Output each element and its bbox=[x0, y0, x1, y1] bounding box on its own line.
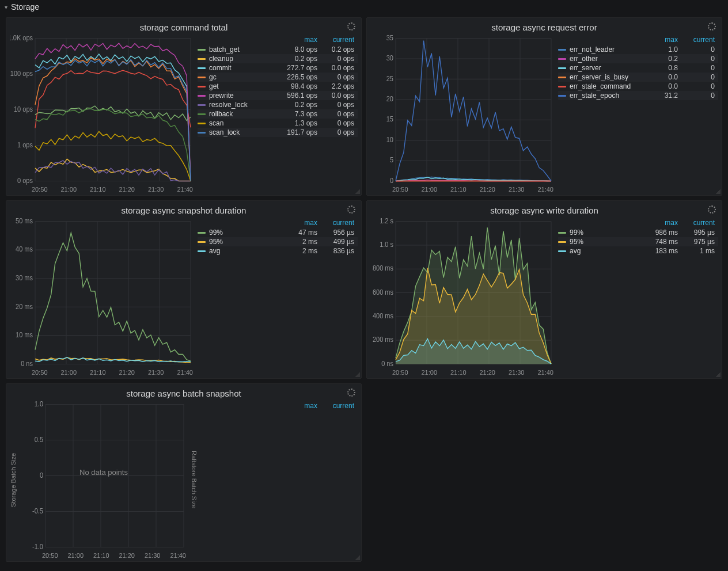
legend-name: avg bbox=[209, 247, 284, 255]
legend-item[interactable]: get98.4 ops2.2 ops bbox=[198, 82, 358, 91]
x-tick: 21:30 bbox=[148, 369, 164, 376]
chart-area: 05101520253035 20:5021:0021:1021:2021:30… bbox=[370, 35, 555, 193]
legend-max: 31.2 bbox=[644, 92, 681, 100]
legend-col-max[interactable]: max bbox=[284, 35, 321, 45]
legend-current: 0 ops bbox=[321, 110, 358, 118]
chart-canvas: 0 ops1 ops10 ops100 ops1.0K ops bbox=[10, 35, 194, 185]
svg-text:1.2 s: 1.2 s bbox=[380, 218, 393, 224]
x-tick: 21:30 bbox=[509, 186, 525, 193]
legend-name: rollback bbox=[209, 110, 284, 118]
legend-col-current[interactable]: current bbox=[681, 218, 718, 228]
svg-text:0: 0 bbox=[390, 177, 393, 184]
svg-text:-1.0: -1.0 bbox=[32, 543, 43, 550]
legend-col-max[interactable]: max bbox=[644, 218, 681, 228]
legend-item[interactable]: 95%2 ms499 µs bbox=[198, 237, 358, 246]
resize-handle[interactable] bbox=[355, 189, 360, 194]
legend-col-current[interactable]: current bbox=[321, 401, 358, 411]
legend-swatch bbox=[198, 132, 206, 134]
legend-item[interactable]: commit272.7 ops0.0 ops bbox=[198, 63, 358, 73]
legend-item[interactable]: rollback7.3 ops0 ops bbox=[198, 109, 358, 119]
legend-col-current[interactable]: current bbox=[321, 35, 358, 45]
legend-item[interactable]: avg183 ms1 ms bbox=[558, 246, 718, 256]
legend-max: 1.0 bbox=[644, 45, 681, 54]
x-axis-ticks: 20:5021:0021:1021:2021:3021:40 bbox=[10, 368, 194, 376]
x-tick: 21:20 bbox=[479, 186, 495, 193]
panel-storage-async-write-duration[interactable]: storage async write duration 0 ns200 ms4… bbox=[366, 200, 722, 379]
legend-item[interactable]: err_server0.80 bbox=[558, 63, 718, 73]
legend-item[interactable]: err_other0.20 bbox=[558, 54, 718, 63]
x-tick: 21:10 bbox=[90, 186, 106, 193]
legend-item[interactable]: scan1.3 ops0 ops bbox=[198, 119, 358, 128]
x-axis-ticks: 20:5021:0021:1021:2021:3021:40 bbox=[20, 551, 187, 559]
resize-handle[interactable] bbox=[355, 372, 360, 377]
resize-handle[interactable] bbox=[355, 555, 360, 560]
legend-item[interactable]: err_server_is_busy0.00 bbox=[558, 73, 718, 82]
legend-item[interactable]: prewrite596.1 ops0.0 ops bbox=[198, 91, 358, 100]
legend-item[interactable]: err_stale_epoch31.20 bbox=[558, 91, 718, 100]
legend-col-max[interactable]: max bbox=[284, 401, 321, 411]
no-data-message: No data points bbox=[20, 468, 187, 477]
legend-current: 0 ops bbox=[321, 73, 358, 81]
x-tick: 20:50 bbox=[32, 369, 48, 376]
legend-item[interactable]: 99%47 ms956 µs bbox=[198, 228, 358, 237]
legend-current: 0 bbox=[681, 55, 718, 63]
panel-storage-command-total[interactable]: storage command total 0 ops1 ops10 ops10… bbox=[6, 17, 362, 196]
legend-swatch bbox=[198, 123, 206, 124]
chart-canvas: 0 ns200 ms400 ms600 ms800 ms1.0 s1.2 s bbox=[370, 218, 555, 368]
legend-col-current[interactable]: current bbox=[681, 35, 718, 45]
section-header[interactable]: ▾ Storage bbox=[0, 0, 728, 14]
legend-name: err_stale_epoch bbox=[570, 92, 644, 100]
legend-current: 0 bbox=[681, 64, 718, 72]
legend-swatch bbox=[198, 77, 206, 78]
x-tick: 21:30 bbox=[509, 369, 525, 376]
resize-handle[interactable] bbox=[716, 189, 721, 194]
legend-item[interactable]: scan_lock191.7 ops0 ops bbox=[198, 128, 358, 137]
loading-spinner-icon bbox=[708, 22, 716, 31]
legend-name: err_not_leader bbox=[570, 45, 644, 54]
x-tick: 21:30 bbox=[148, 186, 164, 193]
panel-title: storage async write duration bbox=[367, 201, 722, 218]
svg-text:100 ops: 100 ops bbox=[10, 70, 33, 77]
legend-item[interactable]: resolve_lock0.2 ops0 ops bbox=[198, 100, 358, 109]
legend-header: max current bbox=[198, 218, 358, 228]
svg-text:0.5: 0.5 bbox=[35, 436, 43, 443]
legend-current: 0.2 ops bbox=[321, 45, 358, 54]
x-tick: 21:30 bbox=[145, 552, 161, 559]
panel-storage-async-batch-snapshot[interactable]: storage async batch snapshot Storage Bat… bbox=[6, 383, 362, 562]
legend-item[interactable]: 95%748 ms975 µs bbox=[558, 237, 718, 246]
x-tick: 21:40 bbox=[537, 186, 553, 193]
legend-swatch bbox=[198, 113, 206, 115]
panel-storage-async-request-error[interactable]: storage async request error 051015202530… bbox=[366, 17, 722, 196]
legend-item[interactable]: batch_get8.0 ops0.2 ops bbox=[198, 45, 358, 54]
x-tick: 21:00 bbox=[60, 186, 77, 193]
legend-item[interactable]: cleanup0.2 ops0 ops bbox=[198, 54, 358, 63]
legend-item[interactable]: 99%986 ms995 µs bbox=[558, 228, 718, 237]
resize-handle[interactable] bbox=[716, 372, 721, 377]
svg-text:200 ms: 200 ms bbox=[373, 336, 393, 343]
legend-current: 0 ops bbox=[321, 119, 358, 127]
legend-col-max[interactable]: max bbox=[284, 218, 321, 228]
loading-spinner-icon bbox=[708, 205, 716, 214]
panel-storage-async-snapshot-duration[interactable]: storage async snapshot duration 0 ns10 m… bbox=[6, 200, 362, 379]
svg-text:25: 25 bbox=[386, 75, 393, 82]
legend-current: 995 µs bbox=[681, 229, 718, 237]
panel-title: storage command total bbox=[6, 18, 361, 35]
x-tick: 21:20 bbox=[119, 552, 135, 559]
legend-item[interactable]: err_not_leader1.00 bbox=[558, 45, 718, 54]
legend-max: 8.0 ops bbox=[284, 45, 321, 54]
legend-col-current[interactable]: current bbox=[321, 218, 358, 228]
x-tick: 21:00 bbox=[67, 552, 84, 559]
legend-current: 975 µs bbox=[681, 238, 718, 246]
panel-title: storage async batch snapshot bbox=[6, 384, 361, 401]
legend-max: 191.7 ops bbox=[284, 128, 321, 136]
legend-swatch bbox=[558, 232, 566, 234]
legend-col-max[interactable]: max bbox=[644, 35, 681, 45]
legend-name: scan bbox=[209, 119, 284, 127]
legend-item[interactable]: err_stale_command0.00 bbox=[558, 82, 718, 91]
legend-item[interactable]: avg2 ms836 µs bbox=[198, 246, 358, 256]
legend-max: 0.8 bbox=[644, 64, 681, 72]
svg-text:5: 5 bbox=[390, 157, 393, 163]
x-tick: 21:10 bbox=[90, 369, 106, 376]
legend-max: 748 ms bbox=[644, 238, 681, 246]
legend-item[interactable]: gc226.5 ops0 ops bbox=[198, 73, 358, 82]
